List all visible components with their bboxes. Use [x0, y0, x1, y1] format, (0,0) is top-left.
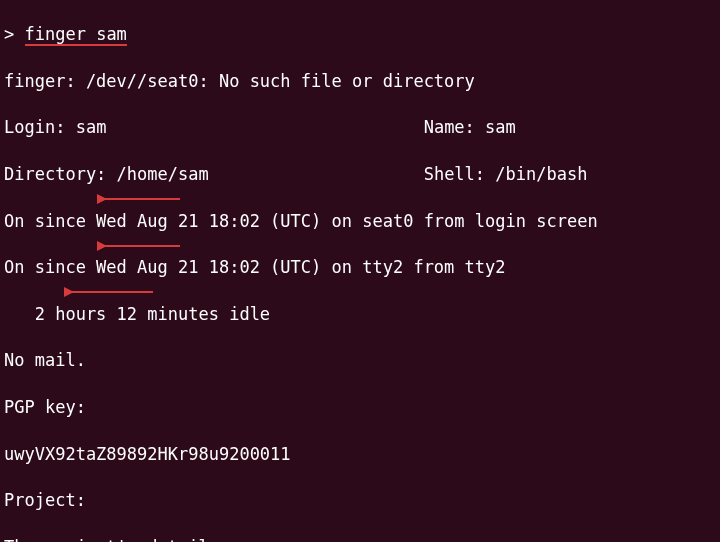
- dir-label: Directory:: [4, 164, 117, 184]
- idle-line-1: 2 hours 12 minutes idle: [4, 303, 716, 326]
- prompt: >: [4, 24, 14, 44]
- terminal-output[interactable]: > finger sam finger: /dev//seat0: No suc…: [0, 0, 720, 542]
- nomail-line-1: No mail.: [4, 349, 716, 372]
- directory-line-1: Directory: /home/sam Shell: /bin/bash: [4, 163, 716, 186]
- project-label-line: Project:: [4, 489, 716, 512]
- spacer: [209, 164, 424, 184]
- name-value: sam: [485, 117, 516, 137]
- shell-label: Shell:: [424, 164, 496, 184]
- dir-value: /home/sam: [117, 164, 209, 184]
- annotation-arrow-pgp: [98, 198, 180, 200]
- login-value: sam: [76, 117, 107, 137]
- project-value-line: The project's details: [4, 536, 716, 542]
- pgp-value-line: uwyVX92taZ89892HKr98u9200011: [4, 443, 716, 466]
- login-line-1: Login: sam Name: sam: [4, 116, 716, 139]
- name-label: Name:: [424, 117, 485, 137]
- on-since-line-1a: On since Wed Aug 21 18:02 (UTC) on seat0…: [4, 210, 716, 233]
- command-line-1: > finger sam: [4, 23, 716, 46]
- login-label: Login:: [4, 117, 76, 137]
- annotation-arrow-plan: [65, 291, 153, 293]
- on-since-line-1b: On since Wed Aug 21 18:02 (UTC) on tty2 …: [4, 256, 716, 279]
- annotation-arrow-project: [98, 245, 180, 247]
- spacer: [106, 117, 423, 137]
- shell-value: /bin/bash: [495, 164, 587, 184]
- error-line-1: finger: /dev//seat0: No such file or dir…: [4, 70, 716, 93]
- pgp-label-line: PGP key:: [4, 396, 716, 419]
- command-1: finger sam: [25, 24, 127, 46]
